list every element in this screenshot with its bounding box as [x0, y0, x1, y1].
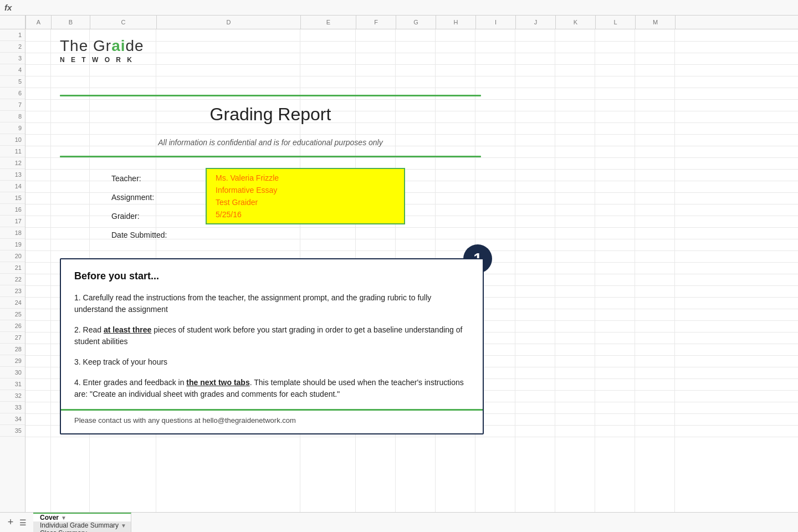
row-number-6: 6	[0, 88, 25, 99]
item4-bold: the next two tabs	[186, 378, 249, 387]
formula-icon: fx	[4, 3, 12, 12]
col-header-m: M	[636, 16, 676, 29]
row-number-5: 5	[0, 76, 25, 88]
info-label-date: Date Submitted:	[111, 226, 167, 244]
sheet-menu-button[interactable]: ☰	[17, 516, 29, 529]
formula-bar: fx	[0, 0, 798, 16]
spreadsheet-container: 1234567891011121314151617181920212223242…	[0, 16, 798, 512]
row-number-21: 21	[0, 262, 25, 274]
row-number-30: 30	[0, 367, 25, 378]
item4-pre: 4. Enter grades and feedback in	[74, 378, 186, 387]
tab-arrow-2: ▼	[89, 530, 95, 533]
row-number-9: 9	[0, 122, 25, 134]
row-number-18: 18	[0, 227, 25, 239]
grid-area: ABCDEFGHIJKLM The Graide N E T W O R K	[25, 16, 798, 512]
row-number-31: 31	[0, 378, 25, 390]
col-header-b: B	[52, 16, 90, 29]
col-headers: ABCDEFGHIJKLM	[25, 16, 798, 29]
contact-text: Please contact us with any questions at …	[74, 416, 469, 424]
col-header-e: E	[301, 16, 356, 29]
logo-area: The Graide N E T W O R K	[60, 37, 144, 64]
logo-title: The Graide	[60, 37, 144, 55]
tab-label-2: Class Summary	[40, 529, 87, 532]
row-number-15: 15	[0, 192, 25, 204]
instruction-item-3: 3. Keep track of your hours	[74, 356, 469, 368]
row-number-28: 28	[0, 344, 25, 355]
info-value-date: 5/25/16	[216, 210, 242, 219]
tab-arrow-1: ▼	[121, 523, 126, 529]
row-number-14: 14	[0, 181, 25, 192]
report-subtitle: All information is confidential and is f…	[60, 138, 481, 147]
instruction-item-4: 4. Enter grades and feedback in the next…	[74, 377, 469, 400]
row-number-23: 23	[0, 285, 25, 297]
col-header-c: C	[90, 16, 157, 29]
col-header-d: D	[157, 16, 301, 29]
info-row-date: 5/25/16	[216, 210, 395, 219]
row-number-4: 4	[0, 64, 25, 76]
row-number-12: 12	[0, 157, 25, 169]
report-title: Grading Report	[60, 104, 481, 125]
row-number-20: 20	[0, 250, 25, 262]
instructions-bottom-line	[61, 409, 483, 411]
col-header-a: A	[26, 16, 52, 29]
row-number-17: 17	[0, 216, 25, 227]
row-number-19: 19	[0, 239, 25, 250]
logo-suffix: de	[126, 37, 144, 54]
tab-bar: + ☰ Cover ▼Individual Grade Summary ▼Cla…	[0, 512, 798, 532]
info-table: Ms. Valeria Frizzle Informative Essay Te…	[206, 168, 405, 224]
logo-prefix: The Gr	[60, 37, 111, 54]
row-number-27: 27	[0, 332, 25, 344]
instructions-box: Before you start... 1. Carefully read th…	[60, 258, 484, 434]
row-number-2: 2	[0, 41, 25, 53]
tab-cover[interactable]: Cover ▼	[33, 513, 131, 521]
tab-list: Cover ▼Individual Grade Summary ▼Class S…	[33, 513, 131, 532]
instruction-item-1: 1. Carefully read the instructions from …	[74, 292, 469, 315]
row-number-22: 22	[0, 274, 25, 285]
row-number-35: 35	[0, 425, 25, 437]
info-label-assignment: Assignment:	[111, 188, 167, 207]
top-green-divider	[60, 95, 481, 96]
info-row-teacher: Ms. Valeria Frizzle	[216, 173, 395, 182]
logo-highlight: ai	[111, 37, 125, 54]
info-row-graider: Test Graider	[216, 198, 395, 207]
row-number-33: 33	[0, 402, 25, 413]
row-number-26: 26	[0, 320, 25, 332]
row-number-16: 16	[0, 204, 25, 216]
row-number-24: 24	[0, 297, 25, 309]
tab-class-summary[interactable]: Class Summary ▼	[33, 529, 131, 532]
instruction-item-2: 2. Read at least three pieces of student…	[74, 324, 469, 347]
info-labels: Teacher: Assignment: Graider: Date Submi…	[111, 169, 167, 244]
cell-grid: The Graide N E T W O R K Grading Report …	[25, 29, 798, 512]
info-value-graider: Test Graider	[216, 198, 258, 207]
content-area: The Graide N E T W O R K Grading Report …	[25, 29, 798, 512]
row-number-29: 29	[0, 355, 25, 367]
bottom-title-divider	[60, 156, 481, 157]
col-header-i: I	[476, 16, 516, 29]
add-sheet-button[interactable]: +	[4, 516, 17, 529]
logo-subtitle: N E T W O R K	[60, 56, 144, 64]
tab-label-0: Cover	[40, 514, 59, 521]
col-header-j: J	[516, 16, 556, 29]
row-number-34: 34	[0, 413, 25, 425]
row-number-header	[0, 16, 25, 29]
info-value-assignment: Informative Essay	[216, 186, 277, 195]
row-number-8: 8	[0, 111, 25, 122]
info-label-teacher: Teacher:	[111, 169, 167, 188]
instructions-heading: Before you start...	[74, 270, 469, 282]
row-number-32: 32	[0, 390, 25, 402]
row-number-13: 13	[0, 169, 25, 181]
tab-bar-controls: + ☰	[4, 513, 29, 532]
row-numbers: 1234567891011121314151617181920212223242…	[0, 16, 25, 512]
item2-pre: 2. Read	[74, 325, 104, 334]
row-number-3: 3	[0, 53, 25, 64]
tab-arrow-0: ▼	[61, 515, 66, 521]
row-number-11: 11	[0, 146, 25, 157]
col-header-f: F	[356, 16, 396, 29]
tab-individual-grade-summary[interactable]: Individual Grade Summary ▼	[33, 521, 131, 529]
row-number-1: 1	[0, 29, 25, 41]
info-row-assignment: Informative Essay	[216, 186, 395, 195]
item2-bold: at least three	[104, 325, 151, 334]
col-header-l: L	[596, 16, 636, 29]
info-value-teacher: Ms. Valeria Frizzle	[216, 173, 279, 182]
row-number-7: 7	[0, 99, 25, 111]
